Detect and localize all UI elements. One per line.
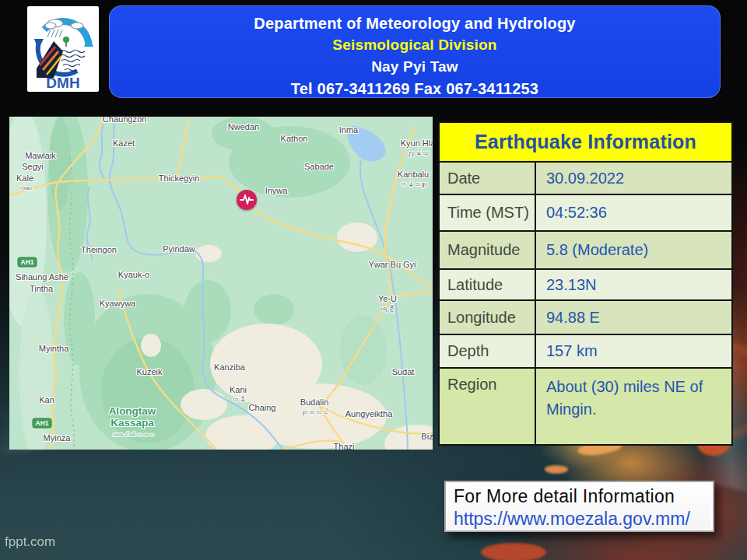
row-value: 157 km bbox=[536, 335, 731, 367]
row-label: Time (MST) bbox=[440, 195, 536, 230]
map-label--: အလောင်းတော်ကဿပ bbox=[110, 432, 154, 439]
more-info-text: For More detail Information bbox=[454, 485, 713, 508]
table-row-magnitude: Magnitude5.8 (Moderate) bbox=[440, 232, 731, 270]
map-label-nwedan: Nwedan bbox=[228, 122, 259, 131]
row-value: 94.88 E bbox=[536, 301, 731, 334]
row-label: Longitude bbox=[440, 301, 536, 334]
row-label: Date bbox=[440, 163, 536, 194]
map-label-kanbalu: Kanbalu bbox=[398, 170, 429, 179]
map-label-mawlaik: Mawlaik bbox=[25, 151, 56, 160]
map-label-pyindaw: Pyindaw bbox=[163, 244, 195, 254]
earthquake-location-map: ChaungzonNwedanKathonInmaKyun Hlaကျွန်းလ… bbox=[9, 117, 433, 450]
map-label-kale: Kale bbox=[16, 173, 33, 183]
map-label-budalin: Budalin bbox=[300, 397, 329, 407]
map-label-kathon: Kathon bbox=[281, 134, 308, 143]
map-label--: ဘုတလင် bbox=[300, 408, 328, 416]
dmh-logo: DMH bbox=[27, 6, 99, 92]
map-label-inywa: Inywa bbox=[265, 186, 288, 195]
map-label-theingon: Theingon bbox=[81, 245, 117, 254]
map-label-chaing: Chaing bbox=[249, 403, 276, 412]
seismogram-icon bbox=[237, 190, 257, 210]
table-row-latitude: Latitude23.13N bbox=[440, 270, 731, 301]
map-label-alongtaw-kassapa: Alongtaw Kassapa bbox=[109, 405, 156, 429]
map-label-inma: Inma bbox=[339, 125, 358, 135]
fppt-watermark: fppt.com bbox=[5, 534, 55, 550]
lava-splotch bbox=[481, 543, 546, 560]
table-row-date: Date30.09.2022 bbox=[440, 163, 731, 195]
table-row-depth: Depth157 km bbox=[440, 335, 731, 369]
banner-contact-line: Tel 067-3411269 Fax 067-3411253 bbox=[109, 78, 721, 100]
map-label-ywar-bu-gyi: Ywar Bu Gyi bbox=[368, 260, 416, 269]
map-label-chaungzon: Chaungzon bbox=[103, 117, 146, 124]
map-label-thickegyin: Thickegyin bbox=[159, 173, 200, 183]
earthquake-info-table: Earthquake Information Date30.09.2022Tim… bbox=[438, 121, 733, 446]
banner-division-line: Seismological Division bbox=[109, 34, 721, 56]
table-title: Earthquake Information bbox=[440, 123, 731, 163]
row-value: 04:52:36 bbox=[536, 195, 731, 230]
table-row-longitude: Longitude94.88 E bbox=[440, 301, 731, 335]
banner-department-line: Department of Meteorology and Hydrology bbox=[109, 12, 721, 34]
row-value: 23.13N bbox=[536, 270, 731, 299]
map-label-kazet: Kazet bbox=[113, 138, 135, 148]
map-label-thazi: Thazi bbox=[334, 442, 355, 450]
moezala-link[interactable]: https://www.moezala.gov.mm/ bbox=[454, 508, 713, 530]
map-label-kyun-hla: Kyun Hla bbox=[401, 138, 433, 148]
map-label-segyi: Segyi bbox=[22, 162, 44, 171]
map-label-kan: Kan bbox=[39, 395, 54, 404]
lava-splotch bbox=[545, 465, 568, 474]
map-label-myinza: Myinza bbox=[44, 433, 71, 443]
banner-city-line: Nay Pyi Taw bbox=[109, 56, 721, 78]
earthquake-epicenter-marker bbox=[237, 190, 257, 210]
row-value: 5.8 (Moderate) bbox=[536, 232, 731, 268]
row-value: About (30) miles NE of Mingin. bbox=[536, 369, 731, 444]
highway-badge-ah1: AH1 bbox=[17, 257, 37, 268]
row-label: Latitude bbox=[440, 270, 536, 299]
map-label-sihaung-ashe: Sihaung Ashe bbox=[16, 272, 68, 282]
map-label-tintha: Tintha bbox=[30, 284, 53, 293]
map-label-kani: Kani bbox=[230, 385, 247, 394]
map-label-myintha: Myintha bbox=[39, 344, 69, 353]
table-rows: Date30.09.2022Time (MST)04:52:36Magnitud… bbox=[440, 163, 731, 444]
map-label--: ကန့်ဘလူ bbox=[399, 180, 427, 188]
more-info-box: For More detail Information https://www.… bbox=[444, 481, 714, 532]
map-label-ye-u: Ye-U bbox=[378, 294, 397, 303]
map-label-biz: Biz bbox=[421, 432, 433, 441]
map-label-sabade: Sabade bbox=[304, 162, 334, 171]
map-label--: ရေဦး bbox=[381, 305, 395, 313]
table-row-region: RegionAbout (30) miles NE of Mingin. bbox=[440, 369, 731, 444]
row-value: 30.09.2022 bbox=[536, 163, 731, 194]
map-label-kyawywa: Kyawywa bbox=[100, 299, 135, 308]
map-label--: ကျွန်းလှ bbox=[408, 149, 429, 157]
dmh-logo-icon: DMH bbox=[27, 6, 99, 92]
map-label--: ကနီ bbox=[231, 396, 245, 404]
map-label-kanziba: Kanziba bbox=[214, 362, 245, 372]
map-label--: ကလေး bbox=[18, 184, 32, 192]
map-label-kuzeik: Kuzeik bbox=[136, 367, 162, 376]
row-label: Magnitude bbox=[440, 232, 536, 268]
map-label-sudat: Sudat bbox=[392, 367, 415, 376]
row-label: Depth bbox=[440, 335, 536, 367]
highway-badge-ah1: AH1 bbox=[32, 418, 51, 429]
title-banner: Department of Meteorology and Hydrology … bbox=[109, 5, 721, 98]
row-label: Region bbox=[440, 369, 536, 444]
dmh-logo-text: DMH bbox=[46, 75, 79, 91]
map-label-aungyeiktha: Aungyeiktha bbox=[345, 409, 393, 418]
map-terrain-art bbox=[9, 117, 433, 450]
table-row-time-mst-: Time (MST)04:52:36 bbox=[440, 195, 731, 232]
map-label-kyauk-o: Kyauk-o bbox=[118, 270, 149, 279]
